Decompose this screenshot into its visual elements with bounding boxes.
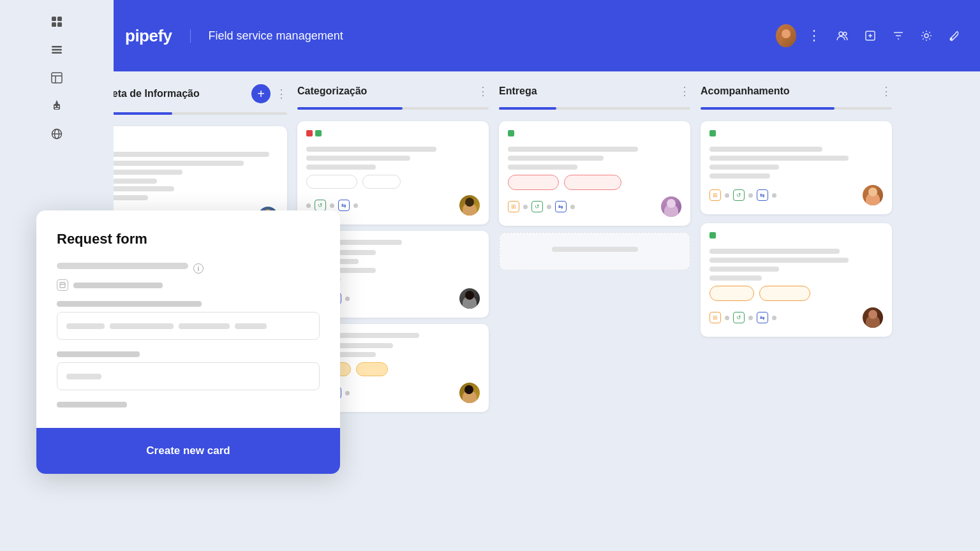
card-line xyxy=(709,276,762,281)
header-more-btn[interactable]: ⋮ xyxy=(804,26,824,46)
card-avatar-2 xyxy=(459,195,480,216)
card-icons: ⊞ ↺ ⇆ xyxy=(508,201,575,212)
svg-point-12 xyxy=(54,106,56,107)
card-entrega-1[interactable]: ⊞ ↺ ⇆ xyxy=(499,121,690,226)
field-1-value-row xyxy=(57,279,320,291)
column-entrega: Entrega ⋮ ⊞ xyxy=(499,84,690,538)
create-new-card-btn[interactable]: Create new card xyxy=(36,428,340,474)
card-avatar-5 xyxy=(661,196,681,217)
column-acompanhamento-title: Acompanhamento xyxy=(701,85,875,97)
card-dot-sm xyxy=(725,193,729,198)
column-acompanhamento: Acompanhamento ⋮ ⊞ ↺ xyxy=(701,84,892,538)
card-avatar-4 xyxy=(459,383,480,403)
sidebar-item-robot[interactable] xyxy=(45,94,68,117)
card-dot-sm xyxy=(547,205,551,209)
info-icon[interactable]: i xyxy=(193,263,204,274)
column-acompanhamento-progress xyxy=(701,107,892,110)
card-dot-green xyxy=(709,232,716,239)
card-avatar-acomp-2 xyxy=(863,307,883,328)
panel-body: Request form i xyxy=(36,210,340,428)
column-entrega-menu-btn[interactable]: ⋮ xyxy=(679,84,690,98)
svg-rect-1 xyxy=(57,17,62,21)
card-line xyxy=(105,152,269,157)
column-categorizacao-menu-btn[interactable]: ⋮ xyxy=(477,84,489,98)
card-line xyxy=(508,147,638,152)
column-coleta-menu-btn[interactable]: ⋮ xyxy=(276,87,287,101)
field-input-1[interactable] xyxy=(57,312,320,340)
column-entrega-title: Entrega xyxy=(499,85,674,97)
field-3-label xyxy=(57,351,140,357)
card-dot-green xyxy=(508,130,514,136)
card-icon-orange[interactable]: ⊞ xyxy=(709,189,721,201)
sidebar-item-list[interactable] xyxy=(45,38,68,61)
card-acomp-1[interactable]: ⊞ ↺ ⇆ xyxy=(701,121,892,214)
card-cat-1[interactable]: ↺ ⇆ xyxy=(297,121,489,224)
card-acomp-2[interactable]: ⊞ ↺ ⇆ xyxy=(701,223,892,337)
field-1-value xyxy=(73,283,163,288)
card-icon-orange[interactable]: ⊞ xyxy=(508,201,519,212)
card-avatar-acomp-1 xyxy=(863,185,883,205)
card-icon-blue[interactable]: ⇆ xyxy=(757,189,768,201)
card-icon-green[interactable]: ↺ xyxy=(733,312,745,323)
card-icon-green[interactable]: ↺ xyxy=(733,189,745,201)
field-1-label-row: i xyxy=(57,263,320,274)
sidebar-item-table[interactable] xyxy=(45,66,68,89)
card-footer: ⊞ ↺ ⇆ xyxy=(709,307,883,328)
card-dot-green xyxy=(709,130,716,136)
card-icon-blue[interactable]: ⇆ xyxy=(757,312,768,323)
card-icons: ↺ ⇆ xyxy=(306,200,358,211)
svg-rect-5 xyxy=(52,49,62,51)
card-tag xyxy=(306,175,357,189)
header-export-icon[interactable] xyxy=(860,26,880,46)
placeholder-2 xyxy=(110,323,174,329)
card-icons: ⊞ ↺ ⇆ xyxy=(709,189,776,201)
header-avatar[interactable] xyxy=(776,26,796,46)
svg-rect-30 xyxy=(60,283,65,288)
card-icon-orange[interactable]: ⊞ xyxy=(709,312,721,323)
card-icon-green[interactable]: ↺ xyxy=(315,200,326,211)
header: pipefy Field service management ⋮ xyxy=(83,0,980,71)
svg-rect-14 xyxy=(55,108,59,110)
card-entrega-1-dots xyxy=(508,130,681,142)
column-coleta-add-btn[interactable]: + xyxy=(251,84,271,103)
logo-text: pipefy xyxy=(125,26,172,46)
column-coleta-header: Coleta de Informação + ⋮ xyxy=(96,84,287,103)
field-1-label xyxy=(57,263,188,269)
card-icon-green[interactable]: ↺ xyxy=(531,201,543,212)
svg-rect-6 xyxy=(52,52,62,54)
card-line xyxy=(508,165,577,170)
header-settings-icon[interactable] xyxy=(916,26,937,46)
placeholder-5 xyxy=(66,374,101,379)
card-dot-sm xyxy=(772,316,776,320)
card-coleta-1-dots xyxy=(105,135,278,147)
card-footer: ⊞ ↺ ⇆ xyxy=(508,196,681,217)
header-wrench-icon[interactable] xyxy=(944,26,965,46)
card-line xyxy=(306,156,410,161)
header-people-icon[interactable] xyxy=(832,26,852,46)
placeholder-3 xyxy=(179,323,230,329)
column-categorizacao-header: Categorização ⋮ xyxy=(297,84,489,98)
column-acompanhamento-header: Acompanhamento ⋮ xyxy=(701,84,892,98)
card-avatar-3 xyxy=(459,288,480,309)
svg-rect-2 xyxy=(52,22,56,27)
sidebar-item-grid[interactable] xyxy=(45,10,68,33)
card-dot-sm xyxy=(345,297,350,301)
column-acompanhamento-menu-btn[interactable]: ⋮ xyxy=(880,84,892,98)
card-line xyxy=(709,173,770,179)
field-2-label xyxy=(57,301,202,307)
card-tag xyxy=(362,175,401,189)
card-cat-1-dots xyxy=(306,130,480,142)
svg-rect-0 xyxy=(52,17,56,21)
card-icon-blue[interactable]: ⇆ xyxy=(338,200,350,211)
sidebar-item-globe[interactable] xyxy=(45,122,68,145)
card-icons: ⊞ ↺ ⇆ xyxy=(709,312,776,323)
card-dot-sm xyxy=(345,391,350,395)
placeholder-4 xyxy=(235,323,267,329)
svg-point-16 xyxy=(56,101,57,102)
field-input-2[interactable] xyxy=(57,362,320,390)
placeholder-1 xyxy=(66,323,105,329)
svg-rect-4 xyxy=(52,46,62,48)
card-icon-blue[interactable]: ⇆ xyxy=(555,201,567,212)
header-filter-icon[interactable] xyxy=(888,26,909,46)
header-actions: ⋮ xyxy=(776,0,965,71)
